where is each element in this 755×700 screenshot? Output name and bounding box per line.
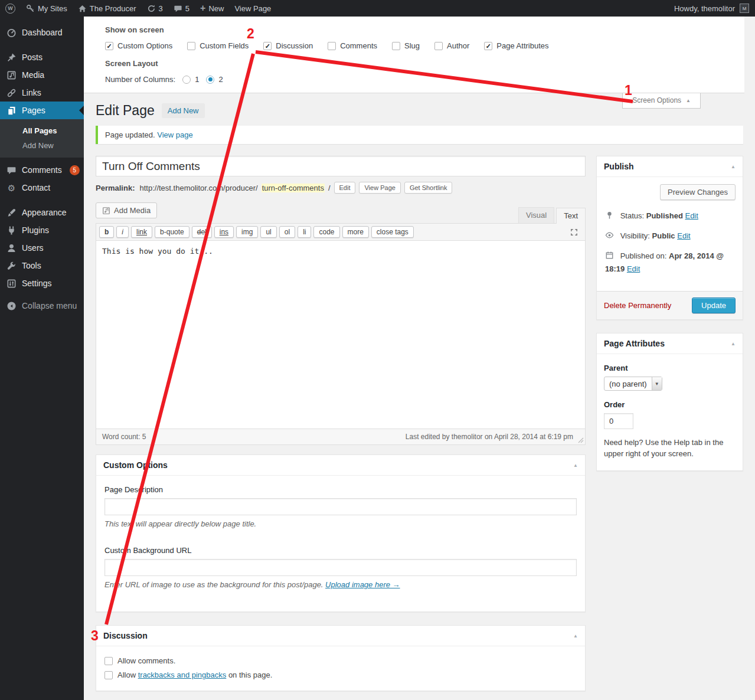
order-input[interactable] (604, 413, 633, 429)
delete-permanently-link[interactable]: Delete Permanently (604, 301, 671, 310)
option-discussion[interactable]: Discussion (263, 41, 313, 50)
edit-visibility-link[interactable]: Edit (677, 231, 690, 240)
avatar[interactable]: M (740, 4, 749, 13)
custom-background-url-input[interactable] (104, 559, 577, 576)
upload-image-link[interactable]: Upload image here → (325, 580, 400, 589)
add-media-button[interactable]: Add Media (96, 202, 157, 218)
allow-trackbacks-checkbox[interactable] (104, 671, 113, 679)
text-editor: b i link b-quote del ins img ul ol li co… (96, 223, 586, 445)
sidebar-item-all-pages[interactable]: All Pages (0, 123, 84, 138)
sidebar-item-settings[interactable]: Settings (0, 274, 84, 292)
sidebar-item-links[interactable]: Links (0, 84, 84, 102)
get-shortlink-button[interactable]: Get Shortlink (404, 182, 453, 194)
sidebar-item-contact[interactable]: ⚙ Contact (0, 179, 84, 197)
option-custom-options[interactable]: Custom Options (105, 41, 172, 50)
option-custom-fields[interactable]: Custom Fields (187, 41, 249, 50)
sidebar-item-media[interactable]: Media (0, 66, 84, 84)
allow-comments-row[interactable]: Allow comments. (104, 656, 577, 665)
sidebar-item-users[interactable]: Users (0, 239, 84, 257)
page-attributes-postbox: Page Attributes ▲ Parent (no parent) ▼ O… (596, 333, 743, 471)
page-title-input[interactable] (96, 156, 586, 176)
qt-ul-button[interactable]: ul (260, 226, 276, 238)
add-new-button[interactable]: Add New (162, 103, 205, 118)
tab-visual[interactable]: Visual (518, 207, 554, 223)
tab-text[interactable]: Text (556, 208, 586, 224)
checkbox-custom-fields[interactable] (187, 42, 195, 50)
sidebar-item-posts[interactable]: Posts (0, 48, 84, 66)
qt-ol-button[interactable]: ol (279, 226, 295, 238)
qt-code-button[interactable]: code (313, 226, 339, 238)
site-name-menu[interactable]: The Producer (73, 0, 142, 17)
columns-option-1[interactable]: 1 (182, 75, 199, 84)
columns-option-2[interactable]: 2 (206, 75, 223, 84)
sidebar-item-appearance[interactable]: Appearance (0, 204, 84, 221)
custom-background-url-label: Custom Background URL (104, 546, 577, 555)
allow-comments-checkbox[interactable] (104, 657, 113, 665)
toggle-arrow-icon[interactable]: ▲ (573, 633, 578, 639)
screen-options-tab[interactable]: Screen Options ▲ (622, 93, 701, 109)
view-page-link[interactable]: View page (157, 130, 192, 139)
publish-header[interactable]: Publish ▲ (597, 156, 743, 177)
checkbox-label: Author (447, 41, 469, 50)
qt-del-button[interactable]: del (192, 226, 212, 238)
option-comments[interactable]: Comments (328, 41, 377, 50)
toggle-arrow-icon[interactable]: ▲ (731, 164, 736, 169)
discussion-header[interactable]: Discussion ▲ (96, 626, 585, 646)
wordpress-menu[interactable]: W (0, 0, 21, 17)
custom-options-header[interactable]: Custom Options ▲ (96, 455, 585, 476)
sidebar-item-label: Plugins (22, 225, 49, 235)
sidebar-item-plugins[interactable]: Plugins (0, 221, 84, 239)
qt-close-tags-button[interactable]: close tags (371, 226, 414, 238)
comments-menu[interactable]: 5 (168, 0, 195, 17)
option-slug[interactable]: Slug (392, 41, 420, 50)
preview-changes-button[interactable]: Preview Changes (660, 184, 736, 200)
sidebar-item-pages[interactable]: Pages (0, 102, 84, 119)
screen-options-panel: Show on screen Custom Options Custom Fie… (84, 17, 744, 93)
toggle-arrow-icon[interactable]: ▲ (573, 463, 578, 468)
checkbox-slug[interactable] (392, 42, 400, 50)
view-page-menu[interactable]: View Page (229, 0, 276, 17)
resize-grip[interactable] (577, 436, 584, 443)
radio-2-columns[interactable] (206, 76, 214, 84)
edit-permalink-button[interactable]: Edit (334, 182, 356, 194)
qt-link-button[interactable]: link (131, 226, 152, 238)
page-description-input[interactable] (104, 498, 577, 515)
editor-content[interactable]: This is how you do it... (96, 241, 585, 428)
parent-select[interactable]: (no parent) ▼ (604, 377, 662, 391)
published-label: Published on: (620, 251, 667, 260)
qt-blockquote-button[interactable]: b-quote (155, 226, 189, 238)
howdy-label[interactable]: Howdy, themolitor (674, 4, 735, 13)
checkbox-comments[interactable] (328, 42, 336, 50)
option-page-attributes[interactable]: Page Attributes (484, 41, 548, 50)
view-page-button[interactable]: View Page (359, 182, 400, 194)
sidebar-item-tools[interactable]: Tools (0, 257, 84, 274)
trackbacks-link[interactable]: trackbacks and pingbacks (138, 670, 227, 679)
sidebar-item-collapse-menu[interactable]: Collapse menu (0, 297, 84, 315)
my-sites-menu[interactable]: My Sites (21, 0, 73, 17)
sidebar-item-add-new[interactable]: Add New (0, 138, 84, 153)
fullscreen-icon[interactable] (570, 228, 578, 237)
qt-ins-button[interactable]: ins (214, 226, 234, 238)
updates-menu[interactable]: 3 (142, 0, 168, 17)
checkbox-discussion[interactable] (263, 42, 272, 50)
checkbox-custom-options[interactable] (105, 42, 113, 50)
update-button[interactable]: Update (692, 297, 736, 313)
option-author[interactable]: Author (434, 41, 469, 50)
edit-published-link[interactable]: Edit (627, 264, 640, 273)
page-attributes-header[interactable]: Page Attributes ▲ (597, 333, 743, 354)
qt-li-button[interactable]: li (298, 226, 311, 238)
qt-more-button[interactable]: more (342, 226, 369, 238)
allow-trackbacks-row[interactable]: Allow trackbacks and pingbacks on this p… (104, 670, 577, 679)
sidebar-item-label: Users (22, 243, 44, 253)
new-menu[interactable]: + New (195, 0, 229, 17)
sidebar-item-comments[interactable]: Comments 5 (0, 161, 84, 179)
toggle-arrow-icon[interactable]: ▲ (731, 341, 736, 346)
qt-italic-button[interactable]: i (116, 226, 129, 238)
qt-bold-button[interactable]: b (99, 226, 114, 238)
edit-status-link[interactable]: Edit (685, 211, 698, 220)
checkbox-author[interactable] (434, 42, 443, 50)
checkbox-page-attributes[interactable] (484, 42, 492, 50)
qt-img-button[interactable]: img (236, 226, 258, 238)
radio-1-column[interactable] (182, 76, 191, 84)
sidebar-item-dashboard[interactable]: Dashboard (0, 24, 84, 41)
